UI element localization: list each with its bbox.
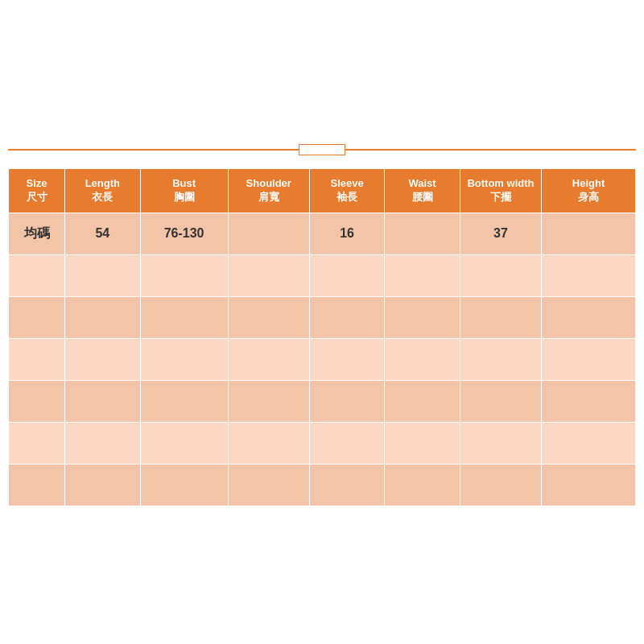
table-row xyxy=(9,296,636,338)
table-cell-1-5 xyxy=(385,254,460,296)
table-cell-2-4 xyxy=(309,296,384,338)
table-cell-2-5 xyxy=(385,296,460,338)
table-cell-1-7 xyxy=(542,254,636,296)
table-cell-4-2 xyxy=(140,380,228,422)
table-cell-2-3 xyxy=(228,296,309,338)
table-cell-0-0: 均碼 xyxy=(9,213,65,254)
table-cell-3-6 xyxy=(460,338,541,380)
table-cell-4-5 xyxy=(385,380,460,422)
table-cell-3-2 xyxy=(140,338,228,380)
table-cell-3-5 xyxy=(385,338,460,380)
table-cell-1-4 xyxy=(309,254,384,296)
table-cell-3-1 xyxy=(65,338,140,380)
table-cell-4-7 xyxy=(542,380,636,422)
table-header: Size尺寸Length衣長Bust胸圍Shoulder肩寬Sleeve袖長Wa… xyxy=(9,169,636,213)
header-cell-3: Shoulder肩寬 xyxy=(228,169,309,213)
table-row xyxy=(9,464,636,506)
table-cell-0-7 xyxy=(542,213,636,254)
table-cell-2-2 xyxy=(140,296,228,338)
table-row xyxy=(9,254,636,296)
table-cell-0-2: 76-130 xyxy=(140,213,228,254)
table-cell-1-3 xyxy=(228,254,309,296)
table-cell-0-3 xyxy=(228,213,309,254)
table-cell-1-2 xyxy=(140,254,228,296)
table-cell-2-1 xyxy=(65,296,140,338)
header-cell-0: Size尺寸 xyxy=(9,169,65,213)
table-cell-6-6 xyxy=(460,464,541,506)
table-cell-0-5 xyxy=(385,213,460,254)
table-cell-3-7 xyxy=(542,338,636,380)
table-cell-4-0 xyxy=(9,380,65,422)
table-row xyxy=(9,338,636,380)
chart-title xyxy=(299,144,345,155)
table-row xyxy=(9,422,636,464)
header-cell-5: Waist腰圍 xyxy=(385,169,460,213)
table-cell-5-4 xyxy=(309,422,384,464)
table-cell-4-4 xyxy=(309,380,384,422)
table-cell-5-6 xyxy=(460,422,541,464)
table-cell-4-6 xyxy=(460,380,541,422)
header-cell-1: Length衣長 xyxy=(65,169,140,213)
header-cell-4: Sleeve袖長 xyxy=(309,169,384,213)
table-cell-6-5 xyxy=(385,464,460,506)
table-body: 均碼5476-1301637 xyxy=(9,213,636,506)
table-cell-0-6: 37 xyxy=(460,213,541,254)
table-cell-2-0 xyxy=(9,296,65,338)
table-cell-1-6 xyxy=(460,254,541,296)
table-cell-3-0 xyxy=(9,338,65,380)
header-cell-7: Height身高 xyxy=(542,169,636,213)
table-cell-5-3 xyxy=(228,422,309,464)
table-row xyxy=(9,380,636,422)
table-cell-4-3 xyxy=(228,380,309,422)
table-cell-5-2 xyxy=(140,422,228,464)
header-row: Size尺寸Length衣長Bust胸圍Shoulder肩寬Sleeve袖長Wa… xyxy=(9,169,636,213)
size-table: Size尺寸Length衣長Bust胸圍Shoulder肩寬Sleeve袖長Wa… xyxy=(8,168,636,506)
table-cell-2-7 xyxy=(542,296,636,338)
table-cell-3-3 xyxy=(228,338,309,380)
table-cell-6-2 xyxy=(140,464,228,506)
table-cell-0-1: 54 xyxy=(65,213,140,254)
table-cell-5-0 xyxy=(9,422,65,464)
table-cell-4-1 xyxy=(65,380,140,422)
table-cell-1-0 xyxy=(9,254,65,296)
table-cell-1-1 xyxy=(65,254,140,296)
header-cell-2: Bust胸圍 xyxy=(140,169,228,213)
header-cell-6: Bottom width下擺 xyxy=(460,169,541,213)
table-cell-6-7 xyxy=(542,464,636,506)
table-cell-6-0 xyxy=(9,464,65,506)
title-line-left xyxy=(8,149,299,151)
table-cell-6-3 xyxy=(228,464,309,506)
table-row: 均碼5476-1301637 xyxy=(9,213,636,254)
table-cell-6-4 xyxy=(309,464,384,506)
title-line-right xyxy=(345,149,636,151)
table-cell-5-7 xyxy=(542,422,636,464)
title-row xyxy=(8,138,636,162)
table-cell-2-6 xyxy=(460,296,541,338)
table-cell-5-5 xyxy=(385,422,460,464)
size-chart-container: Size尺寸Length衣長Bust胸圍Shoulder肩寬Sleeve袖長Wa… xyxy=(8,138,636,506)
table-cell-5-1 xyxy=(65,422,140,464)
table-cell-0-4: 16 xyxy=(309,213,384,254)
table-cell-3-4 xyxy=(309,338,384,380)
table-cell-6-1 xyxy=(65,464,140,506)
